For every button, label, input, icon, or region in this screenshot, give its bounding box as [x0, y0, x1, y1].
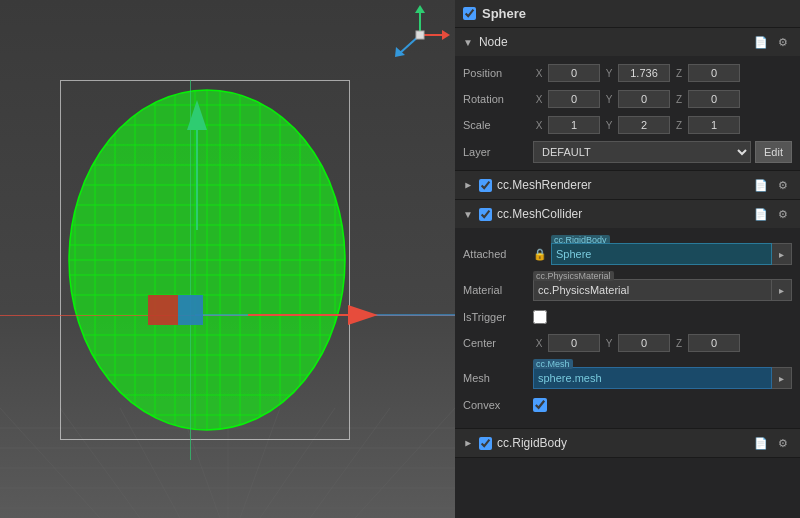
gizmo — [390, 5, 450, 65]
rot-y-label: Y — [603, 94, 615, 105]
right-panel: Sphere ▼ Node 📄 ⚙ Position X Y Z — [455, 0, 800, 518]
is-trigger-row: IsTrigger — [455, 304, 800, 330]
rigid-body-header[interactable]: ▼ cc.RigidBody 📄 ⚙ — [455, 429, 800, 457]
node-arrow-icon: ▼ — [463, 37, 473, 48]
position-y[interactable] — [618, 64, 670, 82]
center-fields: X Y Z — [533, 334, 792, 352]
svg-marker-59 — [395, 47, 405, 57]
mesh-collider-arrow-icon: ▼ — [463, 209, 473, 220]
svg-line-13 — [355, 408, 455, 518]
rotation-fields: X Y Z — [533, 90, 792, 108]
center-z[interactable] — [688, 334, 740, 352]
center-row: Center X Y Z — [455, 330, 800, 356]
center-y[interactable] — [618, 334, 670, 352]
rigid-body-doc-icon[interactable]: 📄 — [752, 434, 770, 452]
layer-label: Layer — [463, 146, 533, 158]
convex-row: Convex — [455, 392, 800, 418]
mesh-collider-checkbox[interactable] — [479, 208, 492, 221]
mesh-cc-tag: cc.Mesh — [533, 359, 573, 369]
mesh-renderer-icons: 📄 ⚙ — [752, 176, 792, 194]
center-label: Center — [463, 337, 533, 349]
rotation-y[interactable] — [618, 90, 670, 108]
svg-rect-60 — [416, 31, 424, 39]
mesh-renderer-section: ▼ cc.MeshRenderer 📄 ⚙ — [455, 171, 800, 200]
node-section-icons: 📄 ⚙ — [752, 33, 792, 51]
attached-pick-button[interactable]: ▸ — [772, 243, 792, 265]
layer-select[interactable]: DEFAULT — [533, 141, 751, 163]
pos-z-label: Z — [673, 68, 685, 79]
sphere-checkbox[interactable] — [463, 7, 476, 20]
material-pick-button[interactable]: ▸ — [772, 279, 792, 301]
position-row: Position X Y Z — [455, 60, 800, 86]
scale-z[interactable] — [688, 116, 740, 134]
mesh-collider-header[interactable]: ▼ cc.MeshCollider 📄 ⚙ — [455, 200, 800, 228]
position-x[interactable] — [548, 64, 600, 82]
rotation-z[interactable] — [688, 90, 740, 108]
mesh-pick-button[interactable]: ▸ — [772, 367, 792, 389]
sphere-title-bar: Sphere — [455, 0, 800, 28]
is-trigger-checkbox[interactable] — [533, 310, 547, 324]
rotation-x[interactable] — [548, 90, 600, 108]
rot-x-label: X — [533, 94, 545, 105]
scale-row: Scale X Y Z — [455, 112, 800, 138]
center-y-label: Y — [603, 338, 615, 349]
svg-marker-55 — [415, 5, 425, 13]
convex-checkbox[interactable] — [533, 398, 547, 412]
rigid-body-arrow-icon: ▼ — [462, 438, 473, 448]
cube-group — [148, 295, 203, 325]
rotation-label: Rotation — [463, 93, 533, 105]
svg-marker-53 — [187, 100, 207, 130]
scale-x[interactable] — [548, 116, 600, 134]
scale-x-label: X — [533, 120, 545, 131]
mesh-collider-properties: Attached 🔒 cc.RigidBody ▸ Material cc.Ph… — [455, 228, 800, 428]
position-label: Position — [463, 67, 533, 79]
material-input[interactable] — [533, 279, 772, 301]
center-x[interactable] — [548, 334, 600, 352]
mesh-row: Mesh cc.Mesh ▸ — [455, 364, 800, 392]
pos-x-label: X — [533, 68, 545, 79]
position-fields: X Y Z — [533, 64, 792, 82]
center-x-label: X — [533, 338, 545, 349]
mesh-renderer-gear-icon[interactable]: ⚙ — [774, 176, 792, 194]
rigid-body-gear-icon[interactable]: ⚙ — [774, 434, 792, 452]
node-section-header[interactable]: ▼ Node 📄 ⚙ — [455, 28, 800, 56]
rigid-body-checkbox[interactable] — [479, 437, 492, 450]
scale-y[interactable] — [618, 116, 670, 134]
attached-label: Attached — [463, 248, 533, 260]
node-properties: Position X Y Z Rotation X Y Z — [455, 56, 800, 170]
mesh-collider-icons: 📄 ⚙ — [752, 205, 792, 223]
attached-input[interactable] — [551, 243, 772, 265]
center-z-label: Z — [673, 338, 685, 349]
scale-z-label: Z — [673, 120, 685, 131]
rigid-body-icons: 📄 ⚙ — [752, 434, 792, 452]
scale-y-label: Y — [603, 120, 615, 131]
svg-marker-57 — [442, 30, 450, 40]
mesh-input[interactable] — [533, 367, 772, 389]
mesh-collider-gear-icon[interactable]: ⚙ — [774, 205, 792, 223]
mesh-field-container: cc.Mesh ▸ — [533, 367, 792, 389]
material-label: Material — [463, 284, 533, 296]
node-section: ▼ Node 📄 ⚙ Position X Y Z — [455, 28, 800, 171]
layer-edit-button[interactable]: Edit — [755, 141, 792, 163]
mesh-renderer-doc-icon[interactable]: 📄 — [752, 176, 770, 194]
is-trigger-label: IsTrigger — [463, 311, 533, 323]
viewport[interactable] — [0, 0, 455, 518]
lock-icon: 🔒 — [533, 248, 547, 261]
position-z[interactable] — [688, 64, 740, 82]
mesh-collider-doc-icon[interactable]: 📄 — [752, 205, 770, 223]
mesh-renderer-checkbox[interactable] — [479, 179, 492, 192]
mesh-renderer-header[interactable]: ▼ cc.MeshRenderer 📄 ⚙ — [455, 171, 800, 199]
mesh-collider-title: cc.MeshCollider — [497, 207, 752, 221]
mesh-label: Mesh — [463, 372, 533, 384]
scale-fields: X Y Z — [533, 116, 792, 134]
arrow-up — [182, 100, 212, 240]
layer-row: Layer DEFAULT Edit — [455, 138, 800, 166]
sphere-title: Sphere — [482, 6, 526, 21]
rigid-body-title: cc.RigidBody — [497, 436, 752, 450]
node-doc-icon[interactable]: 📄 — [752, 33, 770, 51]
arrow-right — [248, 300, 388, 330]
material-field-container: cc.PhysicsMaterial ▸ — [533, 279, 792, 301]
pos-y-label: Y — [603, 68, 615, 79]
node-gear-icon[interactable]: ⚙ — [774, 33, 792, 51]
mesh-renderer-title: cc.MeshRenderer — [497, 178, 752, 192]
